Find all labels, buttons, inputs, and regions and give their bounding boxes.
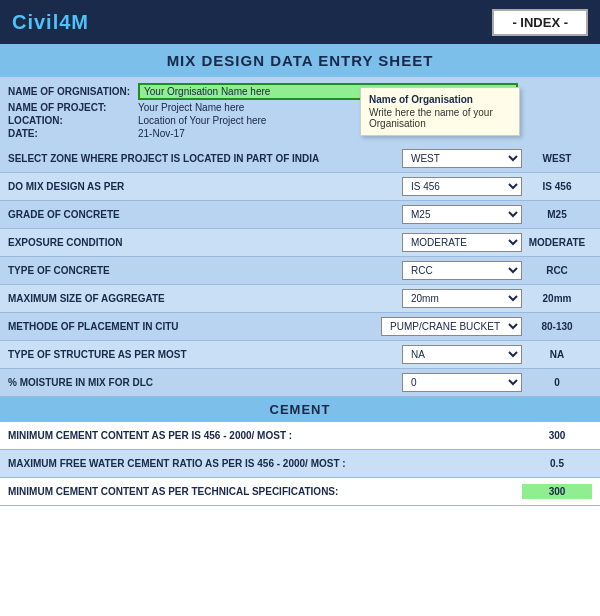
header-bar: Civil4M - INDEX - xyxy=(0,0,600,44)
row-select-wrap: RCCPCCPSC xyxy=(342,261,522,280)
row-select-wrap: WESTEASTNORTHSOUTH xyxy=(342,149,522,168)
data-section: SELECT ZONE WHERE PROJECT IS LOCATED IN … xyxy=(0,145,600,397)
row-label: EXPOSURE CONDITION xyxy=(8,237,342,248)
row-label: % MOISTURE IN MIX FOR DLC xyxy=(8,377,342,388)
cement-row: MINIMUM CEMENT CONTENT AS PER TECHNICAL … xyxy=(0,478,600,506)
data-row: DO MIX DESIGN AS PERIS 456IS 10262IS 456 xyxy=(0,173,600,201)
tooltip-box: Name of Organisation Write here the name… xyxy=(360,87,520,136)
row-select-wrap: MODERATEMILDSEVEREVERY SEVEREEXTREME xyxy=(342,233,522,252)
row-label: TYPE OF CONCRETE xyxy=(8,265,342,276)
cement-row: MAXIMUM FREE WATER CEMENT RATIO AS PER I… xyxy=(0,450,600,478)
data-row: EXPOSURE CONDITIONMODERATEMILDSEVEREVERY… xyxy=(0,229,600,257)
data-row: % MOISTURE IN MIX FOR DLC01230 xyxy=(0,369,600,397)
row-label: SELECT ZONE WHERE PROJECT IS LOCATED IN … xyxy=(8,153,342,164)
row-label: MAXIMUM SIZE OF AGGREGATE xyxy=(8,293,342,304)
row-select[interactable]: NATYPE 1TYPE 2 xyxy=(402,345,522,364)
data-row: SELECT ZONE WHERE PROJECT IS LOCATED IN … xyxy=(0,145,600,173)
cement-row-label: MAXIMUM FREE WATER CEMENT RATIO AS PER I… xyxy=(8,458,522,469)
row-display-value: MODERATE xyxy=(522,237,592,248)
row-select[interactable]: RCCPCCPSC xyxy=(402,261,522,280)
cement-section-header: CEMENT xyxy=(0,397,600,422)
cement-row-value: 300 xyxy=(522,428,592,443)
data-row: TYPE OF STRUCTURE AS PER MOSTNATYPE 1TYP… xyxy=(0,341,600,369)
row-display-value: RCC xyxy=(522,265,592,276)
page-title: MIX DESIGN DATA ENTRY SHEET xyxy=(0,44,600,77)
row-select[interactable]: PUMP/CRANE BUCKETMANUALBOOM PLACER xyxy=(381,317,522,336)
row-select-wrap: PUMP/CRANE BUCKETMANUALBOOM PLACER xyxy=(342,317,522,336)
cement-row: MINIMUM CEMENT CONTENT AS PER IS 456 - 2… xyxy=(0,422,600,450)
data-row: GRADE OF CONCRETEM25M20M30M35M40M25 xyxy=(0,201,600,229)
logo-highlight: Civil4M xyxy=(12,11,89,33)
row-label: DO MIX DESIGN AS PER xyxy=(8,181,342,192)
row-select[interactable]: 20mm10mm40mm xyxy=(402,289,522,308)
row-select-wrap: IS 456IS 10262 xyxy=(342,177,522,196)
row-label: GRADE OF CONCRETE xyxy=(8,209,342,220)
row-select-wrap: NATYPE 1TYPE 2 xyxy=(342,345,522,364)
row-display-value: IS 456 xyxy=(522,181,592,192)
row-display-value: 20mm xyxy=(522,293,592,304)
row-select[interactable]: MODERATEMILDSEVEREVERY SEVEREEXTREME xyxy=(402,233,522,252)
row-label: TYPE OF STRUCTURE AS PER MOST xyxy=(8,349,342,360)
row-select-wrap: 20mm10mm40mm xyxy=(342,289,522,308)
location-label: LOCATION: xyxy=(8,115,138,126)
cement-row-label: MINIMUM CEMENT CONTENT AS PER IS 456 - 2… xyxy=(8,430,522,441)
tooltip-title: Name of Organisation xyxy=(369,94,511,105)
tooltip-body: Write here the name of your Organisation xyxy=(369,107,511,129)
cement-row-label: MINIMUM CEMENT CONTENT AS PER TECHNICAL … xyxy=(8,486,522,497)
data-row: MAXIMUM SIZE OF AGGREGATE20mm10mm40mm20m… xyxy=(0,285,600,313)
date-label: DATE: xyxy=(8,128,138,139)
org-label: NAME OF ORGNISATION: xyxy=(8,83,138,100)
cement-row-value: 300 xyxy=(522,484,592,499)
project-label: NAME OF PROJECT: xyxy=(8,102,138,113)
row-display-value: NA xyxy=(522,349,592,360)
row-display-value: M25 xyxy=(522,209,592,220)
cement-rows-container: MINIMUM CEMENT CONTENT AS PER IS 456 - 2… xyxy=(0,422,600,506)
row-display-value: 0 xyxy=(522,377,592,388)
row-select[interactable]: 0123 xyxy=(402,373,522,392)
index-button[interactable]: - INDEX - xyxy=(492,9,588,36)
row-display-value: 80-130 xyxy=(522,321,592,332)
info-section: NAME OF ORGNISATION: NAME OF PROJECT: Yo… xyxy=(0,77,600,145)
data-row: TYPE OF CONCRETERCCPCCPSCRCC xyxy=(0,257,600,285)
row-display-value: WEST xyxy=(522,153,592,164)
logo: Civil4M xyxy=(12,11,89,34)
row-select-wrap: 0123 xyxy=(342,373,522,392)
row-select[interactable]: IS 456IS 10262 xyxy=(402,177,522,196)
row-select-wrap: M25M20M30M35M40 xyxy=(342,205,522,224)
row-select[interactable]: WESTEASTNORTHSOUTH xyxy=(402,149,522,168)
row-select[interactable]: M25M20M30M35M40 xyxy=(402,205,522,224)
row-label: METHODE OF PLACEMENT IN CITU xyxy=(8,321,342,332)
data-row: METHODE OF PLACEMENT IN CITUPUMP/CRANE B… xyxy=(0,313,600,341)
cement-row-value: 0.5 xyxy=(522,456,592,471)
